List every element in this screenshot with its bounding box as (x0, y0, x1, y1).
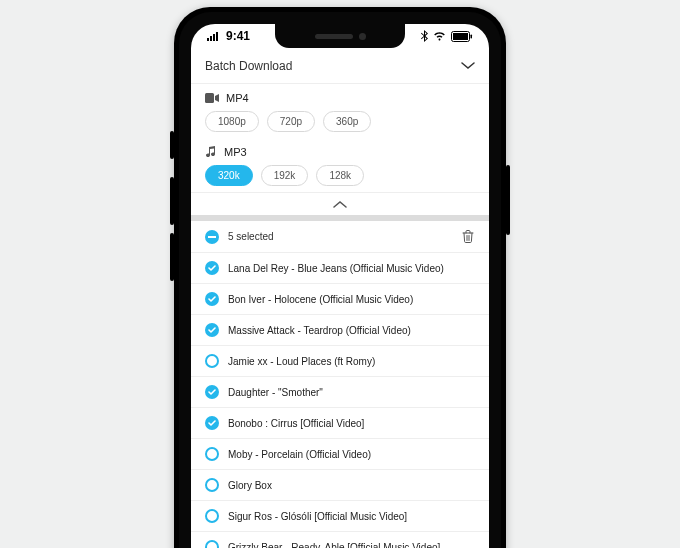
svg-rect-5 (453, 33, 468, 40)
checkbox-unchecked-icon[interactable] (205, 509, 219, 523)
deselect-all-icon[interactable] (205, 230, 219, 244)
mp4-label: MP4 (226, 92, 249, 104)
side-button (170, 177, 174, 225)
track-row[interactable]: Grizzly Bear - Ready, Able [Official Mus… (191, 532, 489, 548)
quality-pill-192k[interactable]: 192k (261, 165, 309, 186)
checkbox-checked-icon[interactable] (205, 292, 219, 306)
screen: 9:41 Batch Download MP4 1080p720p360p (191, 24, 489, 548)
mp3-section: MP3 320k192k128k (191, 138, 489, 192)
track-row[interactable]: Glory Box (191, 470, 489, 501)
track-row[interactable]: Lana Del Rey - Blue Jeans (Official Musi… (191, 253, 489, 284)
track-row[interactable]: Bonobo : Cirrus [Official Video] (191, 408, 489, 439)
checkbox-checked-icon[interactable] (205, 416, 219, 430)
quality-pill-128k[interactable]: 128k (316, 165, 364, 186)
page-title: Batch Download (205, 59, 292, 73)
svg-rect-2 (213, 34, 215, 41)
header: Batch Download (191, 48, 489, 84)
svg-rect-3 (216, 32, 218, 41)
svg-rect-0 (207, 38, 209, 41)
wifi-icon (433, 31, 446, 41)
phone-frame: 9:41 Batch Download MP4 1080p720p360p (174, 7, 506, 548)
track-title: Bon Iver - Holocene (Official Music Vide… (228, 294, 413, 305)
track-title: Sigur Ros - Glósóli [Official Music Vide… (228, 511, 407, 522)
track-title: Glory Box (228, 480, 272, 491)
track-title: Grizzly Bear - Ready, Able [Official Mus… (228, 542, 440, 549)
signal-icon (207, 31, 221, 41)
track-list: Lana Del Rey - Blue Jeans (Official Musi… (191, 253, 489, 548)
track-title: Moby - Porcelain (Official Video) (228, 449, 371, 460)
selection-row: 5 selected (191, 221, 489, 253)
checkbox-unchecked-icon[interactable] (205, 447, 219, 461)
checkbox-checked-icon[interactable] (205, 261, 219, 275)
chevron-down-icon[interactable] (461, 62, 475, 70)
svg-rect-7 (205, 93, 214, 103)
checkbox-unchecked-icon[interactable] (205, 354, 219, 368)
svg-rect-1 (210, 36, 212, 41)
track-title: Lana Del Rey - Blue Jeans (Official Musi… (228, 263, 444, 274)
collapse-toggle[interactable] (191, 192, 489, 215)
trash-icon[interactable] (461, 229, 475, 244)
mp3-label: MP3 (224, 146, 247, 158)
bluetooth-icon (421, 30, 428, 42)
side-button (506, 165, 510, 235)
checkbox-checked-icon[interactable] (205, 323, 219, 337)
music-icon (205, 146, 217, 158)
track-title: Bonobo : Cirrus [Official Video] (228, 418, 364, 429)
side-button (170, 233, 174, 281)
notch (275, 24, 405, 48)
side-button (170, 131, 174, 159)
quality-pill-1080p[interactable]: 1080p (205, 111, 259, 132)
track-title: Daughter - "Smother" (228, 387, 323, 398)
status-time: 9:41 (226, 29, 250, 43)
checkbox-checked-icon[interactable] (205, 385, 219, 399)
checkbox-unchecked-icon[interactable] (205, 540, 219, 548)
chevron-up-icon (333, 200, 347, 208)
selection-count: 5 selected (228, 231, 452, 242)
svg-rect-6 (471, 34, 473, 38)
battery-icon (451, 31, 473, 42)
checkbox-unchecked-icon[interactable] (205, 478, 219, 492)
track-title: Jamie xx - Loud Places (ft Romy) (228, 356, 375, 367)
track-row[interactable]: Massive Attack - Teardrop (Official Vide… (191, 315, 489, 346)
track-row[interactable]: Daughter - "Smother" (191, 377, 489, 408)
track-row[interactable]: Sigur Ros - Glósóli [Official Music Vide… (191, 501, 489, 532)
quality-pill-720p[interactable]: 720p (267, 111, 315, 132)
track-row[interactable]: Moby - Porcelain (Official Video) (191, 439, 489, 470)
quality-pill-320k[interactable]: 320k (205, 165, 253, 186)
track-title: Massive Attack - Teardrop (Official Vide… (228, 325, 411, 336)
video-icon (205, 93, 219, 103)
track-row[interactable]: Jamie xx - Loud Places (ft Romy) (191, 346, 489, 377)
quality-pill-360p[interactable]: 360p (323, 111, 371, 132)
mp4-section: MP4 1080p720p360p (191, 84, 489, 138)
track-row[interactable]: Bon Iver - Holocene (Official Music Vide… (191, 284, 489, 315)
